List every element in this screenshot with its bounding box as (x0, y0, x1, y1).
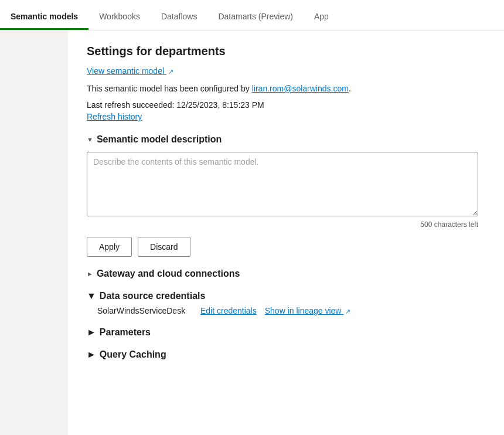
refresh-history-link[interactable]: Refresh history (87, 112, 485, 121)
config-email-link[interactable]: liran.rom@solarwinds.com (252, 84, 349, 93)
description-section-header[interactable]: ▼ Semantic model description (87, 134, 485, 145)
apply-button[interactable]: Apply (87, 237, 132, 257)
refresh-info: Last refresh succeeded: 12/25/2023, 8:15… (87, 100, 485, 121)
edit-credentials-link[interactable]: Edit credentials (200, 306, 257, 315)
description-chevron-icon: ▼ (87, 136, 93, 143)
caching-chevron-icon: ► (87, 349, 96, 360)
caching-section-header[interactable]: ► Query Caching (87, 349, 485, 360)
gateway-section-label: Gateway and cloud connections (97, 269, 240, 279)
parameters-chevron-icon: ► (87, 327, 96, 338)
tab-workbooks[interactable]: Workbooks (88, 4, 151, 30)
description-actions: Apply Discard (87, 237, 485, 257)
parameters-section: ► Parameters (87, 327, 485, 338)
show-lineage-link[interactable]: Show in lineage view ↗ (265, 306, 351, 315)
view-model-link-container: View semantic model ↗ (87, 66, 485, 76)
datasource-actions: Edit credentials Show in lineage view ↗ (200, 306, 350, 315)
tab-datamarts[interactable]: Datamarts (Preview) (207, 4, 304, 30)
caching-section-label: Query Caching (100, 349, 166, 360)
config-text: This semantic model has been configured … (87, 84, 485, 93)
last-refresh-text: Last refresh succeeded: 12/25/2023, 8:15… (87, 100, 264, 110)
parameters-section-label: Parameters (100, 327, 151, 338)
gateway-chevron-icon: ► (87, 270, 93, 277)
tab-dataflows[interactable]: Dataflows (151, 4, 207, 30)
tab-semantic-models[interactable]: Semantic models (0, 4, 88, 30)
datasource-section: ▼ Data source credentials SolarWindsServ… (87, 291, 485, 315)
description-section-label: Semantic model description (97, 134, 222, 145)
discard-button[interactable]: Discard (138, 237, 190, 257)
char-count: 500 characters left (87, 220, 478, 229)
view-model-link[interactable]: View semantic model ↗ (87, 66, 173, 76)
description-textarea[interactable] (87, 152, 478, 216)
parameters-section-header[interactable]: ► Parameters (87, 327, 485, 338)
datasource-section-label: Data source credentials (100, 291, 206, 301)
datasource-chevron-icon: ▼ (87, 291, 96, 301)
main-content: Settings for departments View semantic m… (68, 30, 504, 435)
lineage-external-icon: ↗ (345, 308, 350, 315)
page-title: Settings for departments (87, 45, 485, 58)
sidebar (0, 30, 68, 435)
page-layout: Settings for departments View semantic m… (0, 30, 504, 435)
gateway-section: ► Gateway and cloud connections (87, 269, 485, 279)
gateway-section-header[interactable]: ► Gateway and cloud connections (87, 269, 485, 279)
external-link-icon: ↗ (168, 68, 173, 76)
datasource-section-header[interactable]: ▼ Data source credentials (87, 291, 485, 301)
tab-app[interactable]: App (304, 4, 339, 30)
datasource-row: SolarWindsServiceDesk Edit credentials S… (87, 306, 485, 315)
caching-section: ► Query Caching (87, 349, 485, 360)
datasource-name: SolarWindsServiceDesk (97, 306, 191, 315)
top-navigation: Semantic models Workbooks Dataflows Data… (0, 0, 504, 30)
